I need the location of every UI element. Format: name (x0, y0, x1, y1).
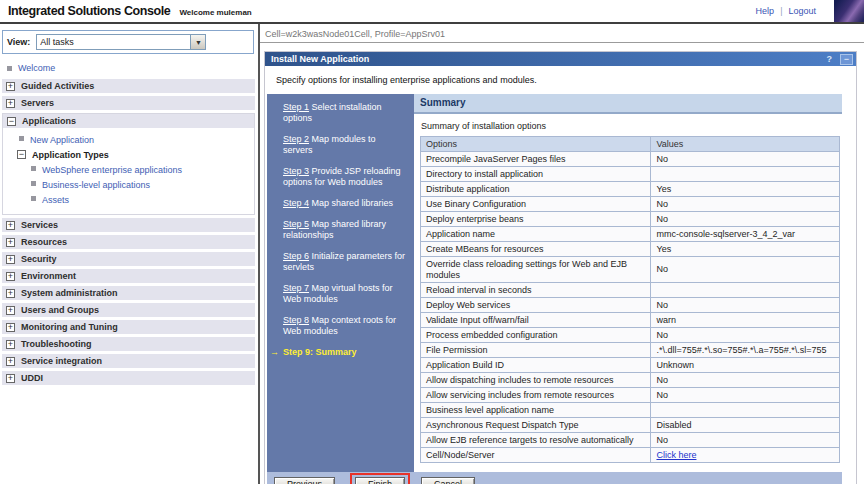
wizard-step-6: Step 6 Initialize parameters for servlet… (276, 251, 407, 273)
sidebar-section-header-environment[interactable]: +Environment (2, 269, 255, 283)
app-header: Integrated Solutions Console Welcome mul… (0, 0, 864, 24)
step-link-3[interactable]: Step 3 (283, 166, 309, 176)
wizard-instruction: Specify options for installing enterpris… (276, 75, 856, 85)
expand-icon[interactable]: + (6, 306, 15, 315)
welcome-link[interactable]: Welcome (18, 63, 55, 73)
finish-button[interactable]: Finish (355, 477, 405, 485)
step-link-5[interactable]: Step 5 (283, 219, 309, 229)
option-cell: Cell/Node/Server (421, 448, 651, 463)
table-row: Allow dispatching includes to remote res… (421, 373, 840, 388)
sidebar-section-header-security[interactable]: +Security (2, 252, 255, 266)
table-row: Deploy Web servicesNo (421, 298, 840, 313)
section-children: New Application−Application TypesWebSphe… (3, 128, 254, 214)
sidebar-link-new-application[interactable]: New Application (30, 135, 94, 145)
sidebar-link-assets[interactable]: Assets (42, 195, 69, 205)
sidebar-section-resources: +Resources (2, 235, 255, 249)
wizard-steps-panel: Step 1 Select installation optionsStep 2… (267, 94, 414, 472)
sidebar-section-header-service-integration[interactable]: +Service integration (2, 354, 255, 368)
section-label: Environment (21, 271, 76, 281)
section-label: UDDI (21, 373, 43, 383)
sidebar-section-header-system-administration[interactable]: +System administration (2, 286, 255, 300)
bullet-icon (31, 196, 36, 201)
sidebar-sections: +Guided Activities+Servers−ApplicationsN… (0, 79, 258, 385)
expand-icon[interactable]: + (6, 289, 15, 298)
sidebar-item-welcome[interactable]: Welcome (0, 61, 258, 79)
sidebar-section-applications: −ApplicationsNew Application−Application… (2, 113, 255, 215)
value-cell: .*\.dll=755#.*\.so=755#.*\.a=755#.*\.sl=… (651, 343, 840, 358)
expand-icon[interactable]: + (6, 340, 15, 349)
bullet-icon (19, 136, 24, 141)
view-select[interactable]: All tasks ▼ (36, 34, 206, 50)
sidebar-item-business-level-applications[interactable]: Business-level applications (3, 178, 254, 193)
table-row: Process embedded configurationNo (421, 328, 840, 343)
wizard-title: Install New Application (271, 54, 827, 64)
content-area: View: All tasks ▼ Welcome +Guided Activi… (0, 24, 864, 484)
sidebar-item-new-application[interactable]: New Application (3, 133, 254, 148)
section-label: Resources (21, 237, 67, 247)
table-row: Validate Input off/warn/failwarn (421, 313, 840, 328)
expand-icon[interactable]: + (6, 221, 15, 230)
sidebar-section-services: +Services (2, 218, 255, 232)
wizard-step-9: →Step 9: Summary (276, 347, 407, 358)
sidebar-section-header-monitoring-and-tuning[interactable]: +Monitoring and Tuning (2, 320, 255, 334)
option-cell: Allow servicing includes from remote res… (421, 388, 651, 403)
expand-icon[interactable]: + (6, 99, 15, 108)
expand-icon[interactable]: + (6, 255, 15, 264)
sidebar-section-header-services[interactable]: +Services (2, 218, 255, 232)
cancel-button[interactable]: Cancel (421, 477, 475, 485)
sidebar-item-application-types[interactable]: −Application Types (3, 148, 254, 163)
help-link[interactable]: Help (756, 6, 775, 16)
sidebar-link-business-level-applications[interactable]: Business-level applications (42, 180, 150, 190)
sidebar-group-application-types: −Application TypesWebSphere enterprise a… (3, 148, 254, 208)
value-cell: No (651, 373, 840, 388)
option-cell: Process embedded configuration (421, 328, 651, 343)
wizard-step-4: Step 4 Map shared libraries (276, 198, 407, 209)
step-link-2[interactable]: Step 2 (283, 134, 309, 144)
step-title-band: Summary (414, 94, 842, 114)
wizard-grid: Step 1 Select installation optionsStep 2… (267, 94, 842, 472)
value-cell: Disabled (651, 418, 840, 433)
value-cell: Yes (651, 242, 840, 257)
step-label: Map shared libraries (309, 198, 393, 208)
collapse-icon[interactable]: − (17, 150, 26, 159)
table-row: File Permission.*\.dll=755#.*\.so=755#.*… (421, 343, 840, 358)
sidebar-section-header-guided-activities[interactable]: +Guided Activities (2, 79, 255, 93)
sidebar-section-servers: +Servers (2, 96, 255, 110)
welcome-user-text: Welcome muleman (179, 8, 251, 17)
sidebar-item-websphere-enterprise-applications[interactable]: WebSphere enterprise applications (3, 163, 254, 178)
step-link-4[interactable]: Step 4 (283, 198, 309, 208)
expand-icon[interactable]: + (6, 374, 15, 383)
table-row: Deploy enterprise beansNo (421, 212, 840, 227)
step-link-7[interactable]: Step 7 (283, 283, 309, 293)
expand-icon[interactable]: + (6, 357, 15, 366)
logout-link[interactable]: Logout (788, 6, 816, 16)
table-row: Reload interval in seconds (421, 283, 840, 298)
sidebar-section-header-uddi[interactable]: +UDDI (2, 371, 255, 385)
option-cell: Application Build ID (421, 358, 651, 373)
sidebar-section-header-users-and-groups[interactable]: +Users and Groups (2, 303, 255, 317)
sidebar-section-header-resources[interactable]: +Resources (2, 235, 255, 249)
cell-link-click-here[interactable]: Click here (656, 450, 696, 460)
chevron-down-icon[interactable]: ▼ (190, 35, 205, 49)
expand-icon[interactable]: + (6, 272, 15, 281)
step-link-1[interactable]: Step 1 (283, 102, 309, 112)
step-link-8[interactable]: Step 8 (283, 315, 309, 325)
header-links: Help | Logout (750, 0, 864, 22)
previous-button[interactable]: Previous (274, 477, 335, 485)
sidebar-section-header-applications[interactable]: −Applications (3, 114, 254, 128)
sidebar-item-assets[interactable]: Assets (3, 193, 254, 208)
collapse-icon[interactable]: − (7, 117, 16, 126)
expand-icon[interactable]: + (6, 323, 15, 332)
option-cell: Deploy Web services (421, 298, 651, 313)
table-row: Application namemmc-console-sqlserver-3_… (421, 227, 840, 242)
sidebar-section-header-servers[interactable]: +Servers (2, 96, 255, 110)
section-label: Guided Activities (21, 81, 94, 91)
step-link-6[interactable]: Step 6 (283, 251, 309, 261)
panel-help-icon[interactable]: ? (827, 54, 833, 64)
expand-icon[interactable]: + (6, 238, 15, 247)
sidebar-section-system-administration: +System administration (2, 286, 255, 300)
sidebar-link-websphere-enterprise-applications[interactable]: WebSphere enterprise applications (42, 165, 182, 175)
expand-icon[interactable]: + (6, 82, 15, 91)
sidebar-section-header-troubleshooting[interactable]: +Troubleshooting (2, 337, 255, 351)
panel-minimize-icon[interactable]: − (840, 54, 853, 65)
